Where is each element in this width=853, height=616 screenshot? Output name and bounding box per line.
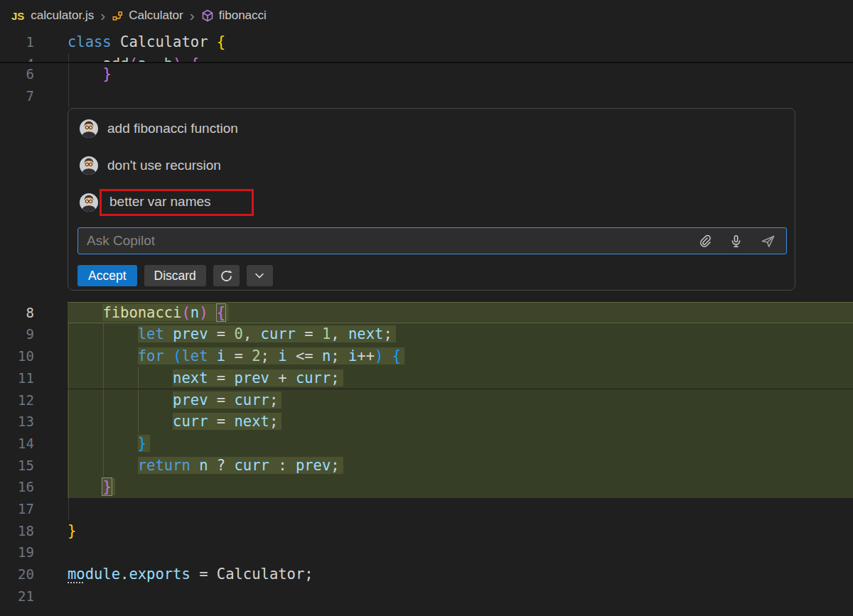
code-text: } <box>68 433 853 455</box>
line-number[interactable]: 1 <box>0 31 34 53</box>
line-number[interactable]: 6 <box>0 63 34 85</box>
code-line[interactable]: 12 prev = curr; <box>0 389 853 411</box>
code-text <box>68 85 853 107</box>
line-number[interactable]: 16 <box>0 476 34 498</box>
code-text: prev = curr; <box>68 389 853 411</box>
code-line[interactable]: 15 return n ? curr : prev; <box>0 455 853 477</box>
code-text: module.exports = Calculator; <box>68 563 853 585</box>
line-number[interactable]: 7 <box>0 85 34 107</box>
code-line[interactable]: 8 fibonacci(n) { <box>0 302 853 324</box>
chat-message: add fibonacci function <box>80 117 238 140</box>
code-text: } <box>68 63 853 85</box>
line-number[interactable]: 4 <box>0 53 34 63</box>
chat-message-text: add fibonacci function <box>107 121 238 136</box>
microphone-icon[interactable] <box>729 234 743 248</box>
code-text: let prev = 0, curr = 1, next; <box>68 323 853 345</box>
code-line[interactable]: 21 <box>0 585 853 607</box>
chat-message: better var names <box>80 191 254 214</box>
line-number[interactable]: 20 <box>0 563 34 585</box>
code-line[interactable]: 1class Calculator { <box>0 31 853 53</box>
breadcrumb-class[interactable]: Calculator <box>129 9 183 23</box>
discard-button[interactable]: Discard <box>144 265 206 286</box>
accept-button[interactable]: Accept <box>77 265 137 286</box>
chat-message-text: better var names <box>109 194 211 210</box>
code-line[interactable]: 20module.exports = Calculator; <box>0 563 853 585</box>
code-text: } <box>68 476 853 498</box>
chat-input-box <box>77 227 787 254</box>
chevron-down-icon[interactable] <box>247 265 273 286</box>
line-number[interactable]: 12 <box>0 389 34 411</box>
code-line[interactable]: 7 <box>0 85 853 107</box>
code-text: add(a, b) { <box>68 53 853 63</box>
code-line[interactable]: 14 } <box>0 433 853 455</box>
line-number[interactable]: 8 <box>0 302 34 324</box>
code-text <box>68 541 853 563</box>
code-text: next = prev + curr; <box>68 367 853 389</box>
annotation-red-box: better var names <box>100 189 254 216</box>
user-avatar-icon <box>80 119 98 138</box>
code-text <box>68 585 853 607</box>
line-number[interactable]: 14 <box>0 433 34 455</box>
sticky-scroll[interactable]: 1class Calculator {4 add(a, b) { <box>0 31 853 63</box>
code-text: curr = next; <box>68 411 853 433</box>
code-line[interactable]: 10 for (let i = 2; i <= n; i++) { <box>0 345 853 367</box>
paperclip-icon[interactable] <box>698 234 712 248</box>
line-number[interactable]: 21 <box>0 585 34 607</box>
breadcrumb: JS calculator.js › Calculator › fibonacc… <box>0 0 853 31</box>
vscode-editor-window: JS calculator.js › Calculator › fibonacc… <box>0 0 853 616</box>
chevron-right-icon: › <box>100 8 105 23</box>
code-line[interactable]: 11 next = prev + curr; <box>0 367 853 389</box>
line-number[interactable]: 9 <box>0 323 34 345</box>
js-file-icon: JS <box>11 10 24 22</box>
code-line[interactable]: 19 <box>0 541 853 563</box>
refresh-icon[interactable] <box>213 265 240 286</box>
symbol-method-icon <box>201 9 214 22</box>
line-number[interactable]: 10 <box>0 345 34 367</box>
chevron-right-icon: › <box>190 8 195 23</box>
code-text: fibonacci(n) { <box>68 302 853 324</box>
line-number[interactable]: 15 <box>0 455 34 477</box>
copilot-inline-chat: add fibonacci functiondon't use recursio… <box>68 108 795 291</box>
user-avatar-icon <box>80 156 98 175</box>
chat-actions: Accept Discard <box>77 265 273 286</box>
send-icon[interactable] <box>761 234 776 249</box>
symbol-class-icon <box>112 10 124 22</box>
code-line[interactable]: 13 curr = next; <box>0 411 853 433</box>
ask-copilot-input[interactable] <box>78 233 698 249</box>
indent-guide <box>68 498 69 520</box>
line-number[interactable]: 18 <box>0 520 34 542</box>
line-number[interactable]: 13 <box>0 411 34 433</box>
code-text <box>68 498 853 520</box>
code-editor[interactable]: 6 }78 fibonacci(n) {9 let prev = 0, curr… <box>0 0 853 616</box>
code-text: for (let i = 2; i <= n; i++) { <box>68 345 853 367</box>
code-line[interactable]: 18} <box>0 520 853 542</box>
code-line[interactable]: 17 <box>0 498 853 520</box>
chat-message: don't use recursion <box>80 154 221 177</box>
indent-guide <box>68 85 69 107</box>
line-number[interactable]: 11 <box>0 367 34 389</box>
code-line[interactable]: 9 let prev = 0, curr = 1, next; <box>0 323 853 345</box>
breadcrumb-method[interactable]: fibonacci <box>219 9 267 23</box>
user-avatar-icon <box>80 193 98 212</box>
code-line[interactable]: 6 } <box>0 63 853 85</box>
code-line[interactable]: 16 } <box>0 476 853 498</box>
code-text: } <box>68 520 853 542</box>
line-number[interactable]: 17 <box>0 498 34 520</box>
code-text: class Calculator { <box>68 31 853 53</box>
chat-message-text: don't use recursion <box>107 158 221 173</box>
code-text: return n ? curr : prev; <box>68 455 853 477</box>
line-number[interactable]: 19 <box>0 541 34 563</box>
breadcrumb-file[interactable]: calculator.js <box>31 9 94 23</box>
code-line[interactable]: 4 add(a, b) { <box>0 53 853 63</box>
